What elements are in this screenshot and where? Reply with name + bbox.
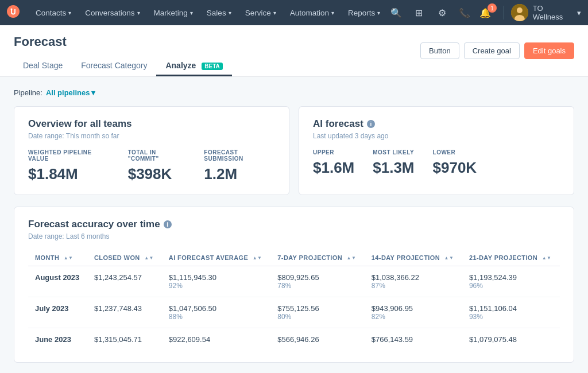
pipeline-selector[interactable]: All pipelines ▾ [46, 88, 96, 97]
cell-7day: $755,125.56 80% [270, 297, 364, 328]
cell-ai-forecast: $922,609.54 [162, 328, 270, 351]
col-ai-forecast[interactable]: AI FORECAST AVERAGE ▲▼ [162, 250, 270, 266]
beta-badge: BETA [202, 63, 222, 70]
page-container: Forecast Deal Stage Forecast Category An… [0, 25, 588, 373]
tabs: Deal Stage Forecast Category Analyze BET… [14, 56, 232, 76]
chevron-down-icon: ▾ [229, 10, 231, 16]
overview-card: Overview for all teams Date range: This … [14, 106, 289, 195]
cell-closed-won: $1,315,045.71 [87, 328, 162, 351]
pipeline-filter: Pipeline: All pipelines ▾ [14, 88, 574, 97]
nav-right: 🔍 ⊞ ⚙ 📞 🔔 1 TO Wellness ▾ [387, 3, 581, 22]
nav-item-contacts[interactable]: Contacts ▾ [29, 0, 78, 25]
navbar: Contacts ▾ Conversations ▾ Marketing ▾ S… [0, 0, 588, 25]
settings-icon[interactable]: ⚙ [433, 3, 451, 22]
cell-month: June 2023 [28, 328, 87, 351]
notif-badge: 1 [488, 3, 497, 13]
col-14day[interactable]: 14-DAY PROJECTION ▲▼ [365, 250, 462, 266]
edit-goals-button[interactable]: Edit goals [524, 42, 574, 59]
nav-item-conversations[interactable]: Conversations ▾ [78, 0, 146, 25]
chevron-down-icon: ▾ [377, 10, 380, 16]
col-closed-won[interactable]: CLOSED WON ▲▼ [87, 250, 162, 266]
overview-metrics: WEIGHTED PIPELINE VALUE $1.84M TOTAL IN … [28, 149, 275, 183]
page-header-right: Button Create goal Edit goals [420, 42, 574, 68]
cell-21day: $1,193,524.39 96% [462, 266, 560, 297]
table-row: June 2023 $1,315,045.71 $922,609.54 $566… [28, 328, 560, 351]
nav-item-marketing[interactable]: Marketing ▾ [147, 0, 200, 25]
pipeline-label: Pipeline: [14, 88, 42, 97]
col-21day[interactable]: 21-DAY PROJECTION ▲▼ [462, 250, 560, 266]
metric-total-commit: TOTAL IN "COMMIT" $398K [128, 149, 186, 183]
cell-7day: $809,925.65 78% [270, 266, 364, 297]
table-row: August 2023 $1,243,254.57 $1,115,945.30 … [28, 266, 560, 297]
chevron-down-icon: ▾ [577, 9, 581, 17]
svg-point-1 [11, 9, 13, 10]
chevron-down-icon: ▾ [273, 10, 276, 16]
cards-row: Overview for all teams Date range: This … [14, 106, 574, 195]
nav-item-sales[interactable]: Sales ▾ [200, 0, 238, 25]
marketplace-icon[interactable]: ⊞ [410, 3, 428, 22]
accuracy-card: Forecast accuracy over time i Date range… [14, 207, 574, 363]
tab-forecast-category[interactable]: Forecast Category [72, 56, 156, 76]
ai-forecast-card: AI forecast i Last updated 3 days ago UP… [299, 106, 574, 195]
cell-month: August 2023 [28, 266, 87, 297]
create-goal-button[interactable]: Create goal [464, 42, 520, 59]
nav-divider [504, 6, 504, 20]
accuracy-info-icon[interactable]: i [164, 220, 172, 228]
metric-upper: UPPER $1.6M [313, 149, 354, 177]
metric-forecast-submission: FORECAST SUBMISSION 1.2M [204, 149, 275, 183]
overview-card-title: Overview for all teams [28, 118, 275, 130]
page-header-left: Forecast Deal Stage Forecast Category An… [14, 34, 232, 76]
cell-14day: $766,143.59 [365, 328, 462, 351]
col-month[interactable]: MONTH ▲▼ [28, 250, 87, 266]
page-header: Forecast Deal Stage Forecast Category An… [0, 25, 588, 77]
nav-item-reports[interactable]: Reports ▾ [341, 0, 387, 25]
table-header-row: MONTH ▲▼ CLOSED WON ▲▼ AI FORECAST AVERA… [28, 250, 560, 266]
cell-month: July 2023 [28, 297, 87, 328]
nav-item-service[interactable]: Service ▾ [238, 0, 283, 25]
chevron-down-icon: ▾ [190, 10, 193, 16]
cell-14day: $943,906.95 82% [365, 297, 462, 328]
svg-point-0 [7, 5, 20, 18]
table-row: July 2023 $1,237,748.43 $1,047,506.50 88… [28, 297, 560, 328]
nav-item-automation[interactable]: Automation ▾ [283, 0, 341, 25]
cell-ai-forecast: $1,047,506.50 88% [162, 297, 270, 328]
sort-icon-14day: ▲▼ [444, 256, 454, 261]
accuracy-subtitle: Date range: Last 6 months [28, 232, 560, 240]
metric-most-likely: MOST LIKELY $1.3M [373, 149, 414, 177]
cell-ai-forecast: $1,115,945.30 92% [162, 266, 270, 297]
notification-icon[interactable]: 🔔 1 [478, 3, 497, 22]
sort-icon-ai-forecast: ▲▼ [253, 256, 262, 261]
sort-icon-21day: ▲▼ [542, 256, 552, 261]
chevron-down-icon: ▾ [331, 10, 334, 16]
metric-weighted-pipeline: WEIGHTED PIPELINE VALUE $1.84M [28, 149, 110, 183]
metric-lower: LOWER $970K [433, 149, 477, 177]
phone-icon[interactable]: 📞 [455, 3, 474, 22]
cell-21day: $1,079,075.48 [462, 328, 560, 351]
accuracy-title: Forecast accuracy over time i [28, 219, 560, 230]
cell-7day: $566,946.26 [270, 328, 364, 351]
chevron-down-icon: ▾ [137, 10, 140, 16]
ai-forecast-subtitle: Last updated 3 days ago [313, 132, 560, 140]
overview-card-subtitle: Date range: This month so far [28, 132, 275, 140]
button-button[interactable]: Button [420, 42, 459, 59]
tab-deal-stage[interactable]: Deal Stage [14, 56, 72, 76]
svg-point-3 [517, 7, 523, 13]
tab-analyze[interactable]: Analyze BETA [156, 56, 231, 76]
avatar[interactable] [511, 4, 528, 21]
col-7day[interactable]: 7-DAY PROJECTION ▲▼ [270, 250, 364, 266]
cell-14day: $1,038,366.22 87% [365, 266, 462, 297]
cell-closed-won: $1,237,748.43 [87, 297, 162, 328]
search-icon[interactable]: 🔍 [387, 3, 405, 22]
chevron-down-icon: ▾ [91, 88, 95, 97]
sort-icon-7day: ▲▼ [347, 256, 357, 261]
info-icon[interactable]: i [367, 120, 375, 128]
page-title: Forecast [14, 34, 232, 49]
nav-items: Contacts ▾ Conversations ▾ Marketing ▾ S… [29, 0, 387, 25]
workspace-selector[interactable]: TO Wellness ▾ [533, 4, 581, 21]
cell-closed-won: $1,243,254.57 [87, 266, 162, 297]
cell-21day: $1,151,106.04 93% [462, 297, 560, 328]
hubspot-logo[interactable] [7, 5, 20, 20]
accuracy-table: MONTH ▲▼ CLOSED WON ▲▼ AI FORECAST AVERA… [28, 250, 560, 351]
content-area: Pipeline: All pipelines ▾ Overview for a… [0, 77, 588, 373]
chevron-down-icon: ▾ [68, 10, 71, 16]
